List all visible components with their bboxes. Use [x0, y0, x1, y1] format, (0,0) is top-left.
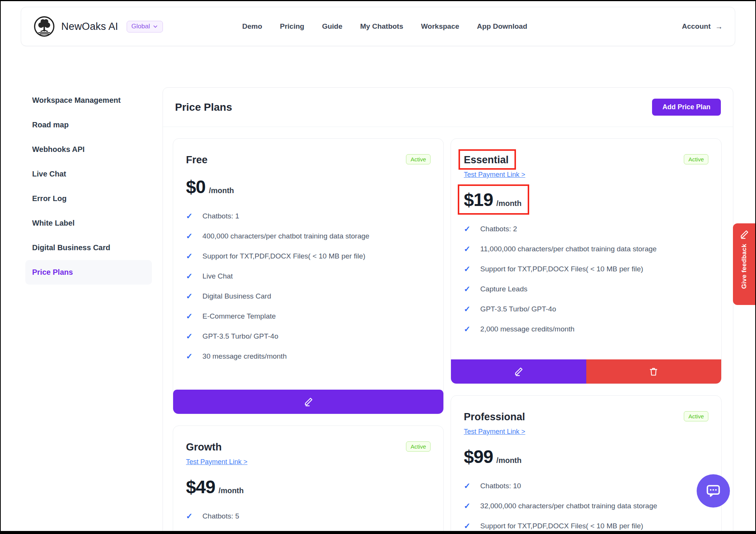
page: NewOaks AI Global DemoPricingGuideMy Cha… [1, 1, 755, 531]
status-badge: Active [684, 154, 708, 164]
plan-price: $49 [186, 477, 215, 498]
plan-feature: ✓2,000 message credits/month [464, 324, 708, 334]
plan-header: Growth Active [186, 440, 431, 454]
edit-plan-button[interactable] [173, 390, 443, 414]
plan-actions [451, 359, 721, 384]
plan-price: $99 [464, 446, 493, 467]
nav-link-app-download[interactable]: App Download [477, 22, 527, 31]
plan-feature: ✓Chatbots: 10 [464, 481, 708, 491]
sidebar-item-live-chat[interactable]: Live Chat [25, 162, 152, 186]
check-icon: ✓ [186, 271, 193, 281]
feature-text: Capture Leads [480, 284, 528, 294]
plan-period: /month [218, 486, 244, 495]
plan-body: Growth Active Test Payment Link > $49 /m… [173, 426, 443, 531]
nav-link-workspace[interactable]: Workspace [421, 22, 459, 31]
plan-card-growth: Growth Active Test Payment Link > $49 /m… [173, 426, 444, 531]
plan-price-row: $0 /month [186, 176, 234, 198]
sidebar-item-webhooks-api[interactable]: Webhooks API [25, 137, 152, 162]
sidebar-item-price-plans[interactable]: Price Plans [25, 260, 152, 285]
check-icon: ✓ [186, 231, 193, 241]
test-payment-link[interactable]: Test Payment Link > [464, 427, 525, 436]
region-selector[interactable]: Global [127, 21, 163, 33]
pencil-icon [739, 229, 749, 239]
check-icon: ✓ [464, 324, 471, 334]
plan-name: Free [186, 153, 208, 167]
sidebar-item-digital-business-card[interactable]: Digital Business Card [25, 235, 152, 260]
trash-icon [649, 367, 658, 376]
chat-bubble-icon [705, 483, 722, 499]
chat-widget-button[interactable] [697, 474, 730, 508]
price-plans-panel: Price Plans Add Price Plan Free Active $… [163, 87, 733, 531]
feature-text: Support for TXT,PDF,DOCX Files( < 10 MB … [480, 521, 643, 531]
feature-text: 11,000,000 characters/per chatbot traini… [480, 244, 657, 254]
plan-price-row: $99 /month [464, 446, 522, 467]
plans-column-left: Free Active $0 /month ✓Chatbots: 1✓400,0… [173, 138, 444, 531]
pencil-icon [304, 397, 313, 407]
account-button[interactable]: Account → [682, 22, 723, 31]
check-icon: ✓ [186, 331, 193, 341]
feature-list: ✓Chatbots: 1✓400,000 characters/per chat… [186, 211, 431, 371]
plan-name: Essential [464, 153, 509, 167]
status-badge: Active [406, 154, 431, 164]
sidebar-item-workspace-management[interactable]: Workspace Management [25, 88, 152, 113]
nav-link-my-chatbots[interactable]: My Chatbots [360, 22, 403, 31]
delete-plan-button[interactable] [586, 359, 722, 384]
plan-card-essential: Essential Active Test Payment Link > $19… [451, 138, 722, 384]
feature-text: Live Chat [203, 271, 233, 281]
plan-feature: ✓GPT-3.5 Turbo/ GPT-4o [186, 331, 431, 341]
give-feedback-tab[interactable]: Give feedback [733, 223, 755, 305]
plan-period: /month [496, 456, 522, 465]
feature-text: 30 message credits/month [203, 351, 287, 361]
plan-price: $19 [464, 189, 493, 211]
plans-column-right: Essential Active Test Payment Link > $19… [451, 138, 722, 531]
top-navbar: NewOaks AI Global DemoPricingGuideMy Cha… [21, 7, 735, 46]
plan-card-professional: Professional Active Test Payment Link > … [451, 395, 722, 531]
check-icon: ✓ [186, 211, 193, 221]
check-icon: ✓ [464, 304, 471, 314]
panel-header: Price Plans Add Price Plan [163, 88, 733, 127]
sidebar-item-road-map[interactable]: Road map [25, 113, 152, 137]
feature-text: Support for TXT,PDF,DOCX Files( < 10 MB … [203, 251, 366, 261]
sidebar: Workspace ManagementRoad mapWebhooks API… [25, 88, 152, 285]
arrow-right-icon: → [715, 22, 723, 31]
feature-list: ✓Chatbots: 2✓11,000,000 characters/per c… [464, 224, 708, 344]
check-icon: ✓ [464, 284, 471, 294]
sidebar-item-error-log[interactable]: Error Log [25, 186, 152, 211]
page-title: Price Plans [175, 101, 232, 113]
plan-feature: ✓11,000,000 characters/per chatbot train… [464, 244, 708, 254]
check-icon: ✓ [186, 251, 193, 261]
nav-link-demo[interactable]: Demo [242, 22, 262, 31]
plan-price: $0 [186, 176, 205, 198]
chevron-down-icon [153, 24, 158, 29]
feature-text: GPT-3.5 Turbo/ GPT-4o [203, 331, 279, 341]
feature-text: 32,000,000 characters/per chatbot traini… [480, 501, 657, 511]
plan-feature: ✓Support for TXT,PDF,DOCX Files( < 10 MB… [464, 521, 708, 531]
feature-list: ✓Chatbots: 5✓11,000,000 characters/per c… [186, 511, 431, 531]
test-payment-link[interactable]: Test Payment Link > [464, 170, 525, 180]
feature-text: 400,000 characters/per chatbot training … [203, 231, 370, 241]
status-badge: Active [406, 441, 431, 452]
plan-feature: ✓Live Chat [186, 271, 431, 281]
pencil-icon [514, 367, 524, 376]
nav-link-pricing[interactable]: Pricing [280, 22, 304, 31]
feature-text: Chatbots: 10 [480, 481, 521, 491]
plan-feature: ✓Support for TXT,PDF,DOCX Files( < 10 MB… [464, 264, 708, 274]
add-price-plan-button[interactable]: Add Price Plan [652, 99, 721, 116]
plan-feature: ✓Chatbots: 5 [186, 511, 431, 521]
plan-feature: ✓GPT-3.5 Turbo/ GPT-4o [464, 304, 708, 314]
plan-feature: ✓Digital Business Card [186, 291, 431, 301]
newoaks-tree-logo-icon [33, 15, 55, 37]
check-icon: ✓ [464, 244, 471, 254]
nav-link-guide[interactable]: Guide [322, 22, 342, 31]
feature-text: Chatbots: 2 [480, 224, 517, 234]
sidebar-item-white-label[interactable]: White Label [25, 211, 152, 235]
check-icon: ✓ [186, 351, 193, 361]
status-badge: Active [684, 411, 708, 421]
edit-plan-button[interactable] [451, 359, 586, 384]
plan-body: Essential Active Test Payment Link > $19… [451, 139, 721, 359]
feedback-label: Give feedback [741, 244, 748, 289]
test-payment-link[interactable]: Test Payment Link > [186, 457, 248, 467]
plan-actions [173, 390, 443, 414]
plan-card-free: Free Active $0 /month ✓Chatbots: 1✓400,0… [173, 138, 444, 414]
plan-feature: ✓Capture Leads [464, 284, 708, 294]
